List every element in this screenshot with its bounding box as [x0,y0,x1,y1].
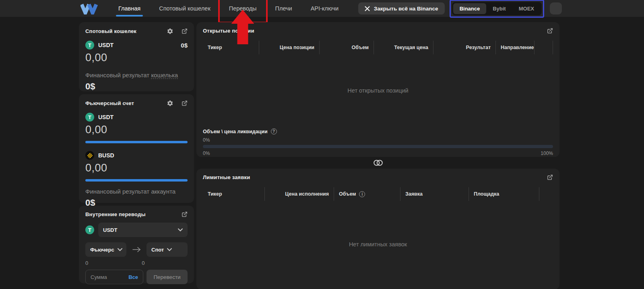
column-header-current-price: Текущая цена [374,41,433,54]
limit-orders-card: Лимитные заявки Тикер Цена исполнения Об… [196,169,559,289]
futures-open-button[interactable] [182,100,188,106]
annotation-blue-box: Binance Bybit MOEX [450,0,544,18]
futures-settings-button[interactable] [167,100,173,107]
spot-result-label-text: Финансовый результат [85,72,149,78]
main-nav: Главная Спотовый кошелек Переводы Плечи … [118,0,339,17]
limit-orders-title: Лимитные заявки [203,174,250,180]
chevron-down-icon [178,228,183,231]
busd-coin-icon [85,151,94,160]
external-link-icon [547,28,553,34]
liquidation-min: 0% [203,151,210,156]
close-all-binance-button[interactable]: Закрыть всё на Binance [358,2,445,14]
exchange-option-moex[interactable]: MOEX [512,3,541,14]
tab-perevody[interactable]: Переводы [229,5,257,12]
spot-result-label-link[interactable]: кошелька [151,72,178,79]
tab-spot-wallet[interactable]: Спотовый кошелек [159,0,211,17]
chevron-down-icon [118,248,122,251]
exchange-option-binance[interactable]: Binance [453,3,487,14]
internal-transfers-title: Внутренние переводы [85,211,146,217]
spot-wallet-title: Спотовый кошелек [85,28,136,34]
futures-result-label: Финансовый результат аккаунта [85,188,188,195]
transfer-to-value: Спот [151,247,164,253]
help-icon[interactable]: ? [271,128,277,134]
arrow-right-icon [132,247,141,252]
futures-usdt-progress-bar [85,141,188,143]
open-positions-open-button[interactable] [547,28,553,34]
futures-coin-busd: BUSD [98,152,114,159]
tab-glavnaya[interactable]: Главная [118,0,140,17]
topbar: Главная Спотовый кошелек Переводы Плечи … [0,0,644,17]
limit-orders-empty-state: Нет лимитных заявок [203,241,553,248]
column-header-volume-label: Объем [339,191,356,197]
close-icon [365,6,370,11]
tab-plechi[interactable]: Плечи [275,0,292,17]
column-header-execution-price: Цена исполнения [265,187,334,201]
transfer-from-select[interactable]: Фьючерс [85,242,126,257]
transfer-all-link[interactable]: Все [128,274,138,280]
gear-icon [167,100,173,107]
spot-coin-name: USDT [98,42,114,48]
main-column: Открытые позиции Тикер Цена позиции Объе… [196,22,559,289]
futures-account-title: Фьючерсный счет [85,100,134,106]
column-header-ticker: Тикер [203,41,259,54]
transfer-coin-value: USDT [103,227,117,233]
column-header-volume: Объем [320,41,374,54]
open-positions-empty-state: Нет открытых позиций [203,54,553,127]
column-header-order: Заявка [400,187,469,201]
futures-busd-progress-bar [85,179,188,182]
chevron-down-icon [167,248,172,251]
column-header-ticker: Тикер [203,187,265,201]
spot-wallet-card: Спотовый кошелек T [79,22,194,91]
exchange-option-bybit[interactable]: Bybit [486,3,512,14]
futures-coin-usdt: USDT [98,114,114,120]
annotation-red-box [218,0,268,23]
futures-busd-balance: 0,00 [85,162,188,174]
spot-coin-total: 0$ [181,42,188,49]
transfer-coin-select[interactable]: USDT [98,223,188,237]
transfer-from-value: Фьючерс [90,247,114,253]
transfer-from-available: 0 [85,260,88,266]
close-all-label: Закрыть всё на Binance [374,6,438,12]
profile-square-button[interactable] [550,2,562,14]
external-link-icon [182,28,188,34]
open-positions-card: Открытые позиции Тикер Цена позиции Объе… [196,22,559,157]
content-area: Спотовый кошелек T [79,22,559,289]
transfer-to-select[interactable]: Спот [147,242,188,257]
usdt-coin-icon: T [85,113,94,122]
liquidation-progress-bar [203,145,553,148]
spot-result-value: 0$ [85,81,188,92]
external-link-icon [182,211,188,217]
liquidation-label: Объем \ цена ликвидации [203,129,268,134]
column-header-direction: Направление [496,41,535,54]
transfer-amount-input[interactable] [91,274,119,280]
link-divider [196,157,559,169]
tab-perevody-wrap: Переводы [229,0,257,17]
internal-transfers-card: Внутренние переводы T USDT [79,206,194,283]
chain-link-icon[interactable] [374,160,383,166]
spot-result-label: Финансовый результат кошелька [85,72,188,78]
column-header-volume: Объем i [334,187,400,201]
tab-api-keys[interactable]: API-ключи [311,0,339,17]
futures-account-card: Фьючерсный счет T [79,94,194,203]
limit-orders-open-button[interactable] [547,174,553,180]
info-icon[interactable]: i [359,191,365,197]
spot-wallet-open-button[interactable] [182,28,188,34]
external-link-icon [182,100,188,106]
sidebar: Спотовый кошелек T [79,22,194,289]
transfer-amount-field: Все [85,270,143,284]
open-positions-header-row: Тикер Цена позиции Объем Текущая цена Ре… [203,41,553,54]
open-positions-title: Открытые позиции [203,28,254,34]
gear-icon [167,28,173,35]
internal-transfers-open-button[interactable] [182,211,188,217]
column-header-filler [539,187,553,201]
column-header-position-price: Цена позиции [259,41,320,54]
usdt-coin-icon: T [85,41,94,50]
transfer-submit-button[interactable]: Перевести [147,270,188,284]
liquidation-current-percent: 0% [203,137,553,143]
spot-wallet-settings-button[interactable] [167,28,173,35]
transfer-to-available: 0 [142,260,144,266]
liquidation-max: 100% [541,151,553,156]
column-header-result: Результат [433,41,496,54]
spot-balance: 0,00 [85,52,188,64]
app-logo-icon [80,2,98,14]
